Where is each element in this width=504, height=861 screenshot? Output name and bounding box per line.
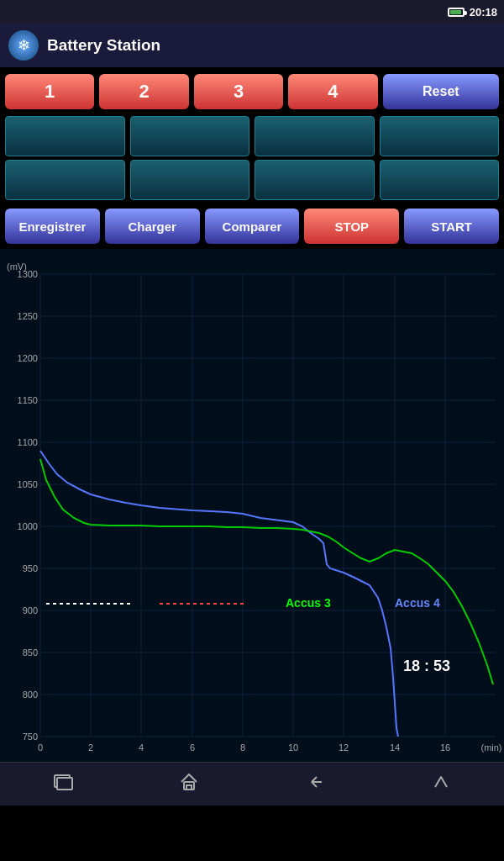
display-rows <box>0 113 504 203</box>
svg-text:12: 12 <box>339 742 349 753</box>
back-icon <box>305 772 325 797</box>
svg-text:8: 8 <box>240 742 245 753</box>
svg-text:16: 16 <box>440 742 450 753</box>
display-cell-2-4 <box>380 160 500 200</box>
display-cell-1-4 <box>380 116 500 156</box>
display-cell-2-2 <box>130 160 250 200</box>
svg-text:850: 850 <box>23 647 38 658</box>
chart-svg: 1300 1250 1200 1150 1100 1050 1000 950 9… <box>0 249 504 762</box>
display-cell-2-1 <box>5 160 125 200</box>
display-row-2 <box>5 160 499 200</box>
svg-text:950: 950 <box>23 563 38 573</box>
button-1[interactable]: 1 <box>5 74 94 109</box>
svg-text:1000: 1000 <box>18 521 38 531</box>
display-cell-2-3 <box>255 160 375 200</box>
battery-icon <box>448 8 465 17</box>
chart-container: 1300 1250 1200 1150 1100 1050 1000 950 9… <box>0 249 504 762</box>
svg-text:1200: 1200 <box>18 353 38 363</box>
svg-text:0: 0 <box>38 742 43 753</box>
svg-text:(mV): (mV) <box>7 261 27 272</box>
svg-text:4: 4 <box>139 742 144 753</box>
svg-text:800: 800 <box>23 689 38 700</box>
status-time: 20:18 <box>470 6 497 18</box>
svg-text:14: 14 <box>390 742 400 753</box>
svg-text:6: 6 <box>190 742 195 753</box>
svg-text:900: 900 <box>23 605 38 615</box>
menu-button[interactable] <box>416 768 466 801</box>
app-title: Battery Station <box>47 36 160 55</box>
svg-text:750: 750 <box>23 732 38 742</box>
home-button[interactable] <box>164 768 214 801</box>
svg-text:10: 10 <box>288 742 298 753</box>
svg-rect-53 <box>186 785 192 790</box>
status-bar: 20:18 <box>0 0 504 24</box>
button-4[interactable]: 4 <box>288 74 377 109</box>
menu-icon <box>431 772 451 797</box>
svg-text:Accus 3: Accus 3 <box>286 596 331 610</box>
charger-button[interactable]: Charger <box>105 209 200 244</box>
svg-text:1100: 1100 <box>18 437 38 447</box>
svg-text:1250: 1250 <box>18 311 38 321</box>
recent-apps-button[interactable] <box>38 768 88 801</box>
button-2[interactable]: 2 <box>99 74 188 109</box>
recent-apps-icon <box>53 774 73 795</box>
bottom-navigation <box>0 762 504 806</box>
svg-text:Accus 4: Accus 4 <box>395 596 440 610</box>
svg-text:2: 2 <box>88 742 93 753</box>
comparer-button[interactable]: Comparer <box>205 209 300 244</box>
number-buttons-row: 1 2 3 4 Reset <box>0 67 504 113</box>
reset-button[interactable]: Reset <box>383 74 499 109</box>
display-row-1 <box>5 116 499 156</box>
stop-button[interactable]: STOP <box>304 209 399 244</box>
svg-text:(min): (min) <box>480 742 501 753</box>
app-header: ❄ Battery Station <box>0 24 504 67</box>
enregistrer-button[interactable]: Enregistrer <box>5 209 100 244</box>
svg-rect-0 <box>0 249 504 762</box>
home-icon <box>179 772 199 797</box>
svg-text:1150: 1150 <box>18 395 38 405</box>
display-cell-1-1 <box>5 116 125 156</box>
display-cell-1-3 <box>255 116 375 156</box>
app-icon: ❄ <box>8 30 39 61</box>
display-cell-1-2 <box>130 116 250 156</box>
action-buttons-row: Enregistrer Charger Comparer STOP START <box>0 203 504 249</box>
start-button[interactable]: START <box>404 209 499 244</box>
back-button[interactable] <box>290 768 340 801</box>
svg-rect-51 <box>57 778 72 790</box>
svg-text:1050: 1050 <box>18 479 38 489</box>
svg-text:18 : 53: 18 : 53 <box>403 658 450 674</box>
button-3[interactable]: 3 <box>194 74 283 109</box>
